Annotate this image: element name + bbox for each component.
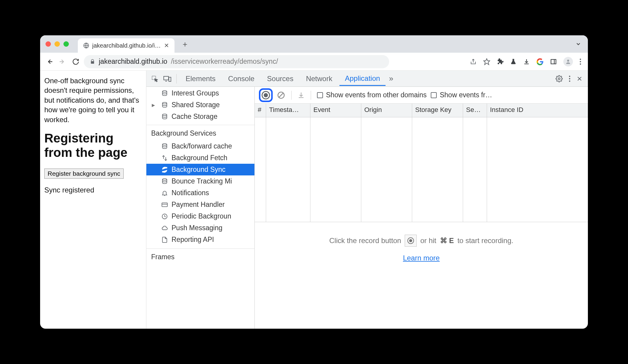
sidebar-item-label: Payment Handler — [172, 201, 225, 209]
checkbox-label: Show events from other domains — [326, 91, 427, 99]
svg-point-15 — [558, 78, 560, 80]
svg-point-18 — [569, 80, 570, 81]
svg-point-24 — [163, 143, 167, 145]
sidebar-heading: Background Services — [146, 125, 254, 140]
th-timestamp[interactable]: Timesta… — [266, 104, 310, 117]
tabs-menu-icon[interactable] — [575, 41, 581, 47]
th-origin[interactable]: Origin — [361, 104, 412, 117]
google-icon[interactable] — [536, 58, 544, 65]
close-tab-icon[interactable]: ✕ — [164, 42, 169, 49]
svg-point-9 — [580, 61, 581, 62]
sidebar-item-shared-storage[interactable]: ▶ Shared Storage — [146, 99, 254, 111]
svg-point-10 — [580, 63, 581, 64]
events-table-body — [255, 117, 588, 222]
th-storage-key[interactable]: Storage Key — [412, 104, 463, 117]
reload-button[interactable] — [71, 57, 81, 67]
minimize-window-icon[interactable] — [54, 41, 60, 47]
sidebar-item-push[interactable]: Push Messaging — [146, 222, 254, 234]
sidebar-item-label: Background Fetch — [172, 154, 227, 162]
page-heading: Registering from the page — [44, 131, 142, 160]
record-button-highlight — [259, 88, 273, 102]
toolbar-right — [470, 57, 584, 66]
tab-bar: jakearchibald.github.io/isservic ✕ ＋ — [40, 35, 588, 53]
sidebar-item-label: Push Messaging — [172, 224, 222, 232]
clear-icon[interactable] — [277, 91, 285, 99]
share-icon[interactable] — [470, 58, 477, 65]
sidebar-item-periodic[interactable]: Periodic Backgroun — [146, 210, 254, 222]
bgsync-panel: Show events from other domains Show even… — [255, 87, 588, 329]
svg-point-16 — [569, 75, 570, 77]
sidebar-item-label: Interest Groups — [172, 89, 219, 97]
sidebar-item-payment[interactable]: Payment Handler — [146, 199, 254, 210]
sidebar-item-notifications[interactable]: Notifications — [146, 187, 254, 199]
profile-avatar[interactable] — [563, 57, 573, 66]
sidebar-item-interest-groups[interactable]: Interest Groups — [146, 87, 254, 99]
checkbox-icon[interactable] — [431, 92, 437, 98]
device-toggle-icon[interactable] — [162, 75, 173, 82]
browser-tab[interactable]: jakearchibald.github.io/isservic ✕ — [78, 38, 175, 53]
panel-icon[interactable] — [550, 58, 557, 65]
more-tabs-icon[interactable]: » — [389, 74, 393, 83]
checkbox-label: Show events fr… — [440, 91, 492, 99]
tab-title: jakearchibald.github.io/isservic — [92, 42, 161, 49]
settings-icon[interactable] — [556, 75, 563, 82]
download-icon[interactable] — [298, 92, 305, 99]
svg-rect-26 — [162, 203, 167, 207]
expand-caret-icon[interactable]: ▶ — [152, 103, 155, 107]
cb-other-domains[interactable]: Show events from other domains — [317, 91, 427, 99]
record-button[interactable] — [262, 91, 270, 99]
close-window-icon[interactable] — [45, 41, 51, 47]
close-devtools-icon[interactable] — [577, 76, 583, 82]
forward-button[interactable] — [57, 57, 68, 67]
kebab-menu-icon[interactable] — [569, 75, 571, 82]
svg-rect-5 — [551, 59, 556, 64]
svg-point-7 — [567, 60, 569, 62]
maximize-window-icon[interactable] — [63, 41, 69, 47]
sidebar-item-cache-storage[interactable]: Cache Storage — [146, 111, 254, 122]
new-tab-button[interactable]: ＋ — [181, 39, 189, 49]
svg-point-8 — [580, 58, 581, 60]
svg-rect-12 — [164, 76, 169, 80]
th-se[interactable]: Se… — [463, 104, 487, 117]
extensions-icon[interactable] — [497, 58, 503, 65]
svg-point-25 — [163, 178, 167, 180]
svg-point-23 — [163, 114, 167, 116]
tab-sources[interactable]: Sources — [262, 72, 299, 86]
sidebar-item-bgfetch[interactable]: Background Fetch — [146, 152, 254, 164]
th-instance-id[interactable]: Instance ID — [487, 104, 588, 117]
sidebar-item-label: Back/forward cache — [172, 142, 232, 150]
learn-more-link[interactable]: Learn more — [403, 254, 440, 262]
labs-icon[interactable] — [510, 58, 517, 65]
database-icon — [161, 102, 168, 108]
th-index[interactable]: # — [255, 104, 266, 117]
sidebar-item-label: Periodic Backgroun — [172, 212, 231, 220]
svg-point-17 — [569, 78, 570, 79]
checkbox-icon[interactable] — [317, 92, 323, 98]
clock-icon — [161, 213, 168, 220]
sidebar-item-bgsync[interactable]: Background Sync — [146, 164, 254, 175]
cb-show-events-2[interactable]: Show events fr… — [431, 91, 492, 99]
card-icon — [161, 201, 168, 208]
database-icon — [161, 90, 168, 97]
page-content: One-off background sync doesn't require … — [40, 71, 146, 329]
downloads-icon[interactable] — [523, 58, 530, 65]
menu-icon[interactable] — [580, 58, 581, 65]
tab-network[interactable]: Network — [301, 72, 338, 86]
tab-elements[interactable]: Elements — [180, 72, 221, 86]
register-sync-button[interactable]: Register background sync — [44, 169, 124, 179]
tab-application[interactable]: Application — [339, 71, 385, 86]
events-table-header: # Timesta… Event Origin Storage Key Se… … — [255, 104, 588, 117]
back-button[interactable] — [44, 57, 54, 67]
sidebar-item-bfcache[interactable]: Back/forward cache — [146, 140, 254, 152]
tab-console[interactable]: Console — [223, 72, 260, 86]
sidebar-item-bounce[interactable]: Bounce Tracking Mi — [146, 175, 254, 187]
sidebar-item-reporting[interactable]: Reporting API — [146, 234, 254, 245]
database-icon — [161, 143, 168, 150]
empty-text-mid: or hit — [420, 236, 436, 245]
th-event[interactable]: Event — [310, 104, 361, 117]
updown-icon — [161, 155, 168, 161]
inspect-icon[interactable] — [149, 75, 160, 82]
bookmark-icon[interactable] — [483, 58, 490, 65]
url-input[interactable]: jakearchibald.github.io/isserviceworkerr… — [84, 55, 389, 68]
lock-icon — [90, 59, 95, 64]
